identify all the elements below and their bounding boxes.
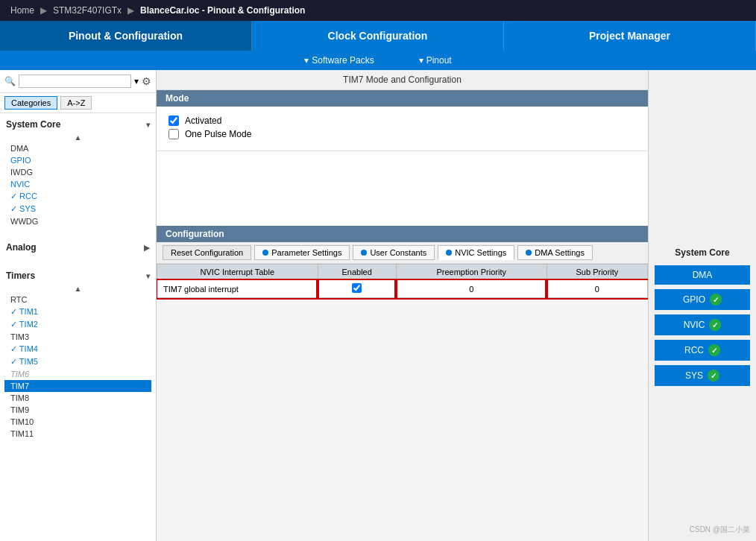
check-badge-gpio: ✓ xyxy=(710,294,722,306)
nvic-interrupt-name: TIM7 global interrupt xyxy=(157,280,318,298)
sidebar-item-tim6: TIM6 xyxy=(4,368,151,380)
reset-config-button[interactable]: Reset Configuration xyxy=(163,245,251,260)
gear-icon[interactable]: ⚙ xyxy=(142,75,151,87)
nvic-table: NVIC Interrupt Table Enabled Preemption … xyxy=(157,264,648,298)
tab-clock[interactable]: Clock Configuration xyxy=(252,21,504,51)
far-right-rcc-button[interactable]: RCC ✓ xyxy=(655,340,750,361)
tab-user-constants[interactable]: User Constants xyxy=(353,245,435,260)
sidebar-item-tim10[interactable]: TIM10 xyxy=(4,416,151,428)
section-timers: Timers ▾ ▲ RTC TIM1 TIM2 TIM3 TIM4 TIM5 … xyxy=(0,265,156,443)
sidebar-item-tim2[interactable]: TIM2 xyxy=(4,318,151,331)
sidebar-item-sys[interactable]: SYS xyxy=(4,203,151,215)
sidebar-item-tim9[interactable]: TIM9 xyxy=(4,404,151,416)
nvic-sub-priority-cell: 0 xyxy=(546,280,647,298)
mode-section-header: Mode xyxy=(157,90,648,107)
search-icon: 🔍 xyxy=(4,76,16,86)
sidebar-tab-categories[interactable]: Categories xyxy=(4,96,57,110)
sidebar-item-tim1[interactable]: TIM1 xyxy=(4,306,151,318)
tab-parameter-settings[interactable]: Parameter Settings xyxy=(254,245,350,260)
mode-section: Activated One Pulse Mode xyxy=(157,107,648,151)
config-tabs-bar: Reset Configuration Parameter Settings U… xyxy=(157,242,648,264)
section-analog-header[interactable]: Analog ▶ xyxy=(4,239,151,256)
far-right-title: System Core xyxy=(655,244,750,261)
sidebar-search-bar: 🔍 ▾ ⚙ xyxy=(0,70,156,93)
one-pulse-checkbox[interactable] xyxy=(168,129,179,139)
dot-icon-1 xyxy=(262,250,268,256)
th-enabled: Enabled xyxy=(318,265,396,280)
sidebar-tab-bar: Categories A->Z xyxy=(0,93,156,113)
sidebar-item-tim5[interactable]: TIM5 xyxy=(4,355,151,368)
dot-icon-3 xyxy=(446,250,452,256)
far-right-nvic-button[interactable]: NVIC ✓ xyxy=(655,314,750,335)
chevron-down-icon: ▾ xyxy=(146,121,150,129)
scroll-up-timers-icon[interactable]: ▲ xyxy=(4,284,151,294)
one-pulse-label: One Pulse Mode xyxy=(185,129,251,139)
subnav-pinout[interactable]: ▾ Pinout xyxy=(419,55,452,66)
chevron-down-icon-2: ▾ xyxy=(146,272,150,280)
sidebar-item-tim3[interactable]: TIM3 xyxy=(4,331,151,343)
sidebar-item-tim7[interactable]: TIM7 xyxy=(4,380,151,392)
tab-nvic-settings[interactable]: NVIC Settings xyxy=(438,245,514,260)
mode-spacer xyxy=(157,151,648,226)
sidebar-item-iwdg[interactable]: IWDG xyxy=(4,166,151,178)
activated-checkbox[interactable] xyxy=(168,116,179,126)
dot-icon-2 xyxy=(361,250,367,256)
section-system-core: System Core ▾ ▲ DMA GPIO IWDG NVIC RCC S… xyxy=(0,113,156,230)
chevron-right-icon: ▶ xyxy=(144,244,150,252)
config-title: TIM7 Mode and Configuration xyxy=(157,70,648,90)
check-badge-nvic: ✓ xyxy=(709,319,721,331)
subnav-software-packs[interactable]: ▾ Software Packs xyxy=(304,55,374,66)
center-panel: TIM7 Mode and Configuration Mode Activat… xyxy=(157,70,648,541)
section-analog: Analog ▶ xyxy=(0,236,156,259)
sidebar-item-nvic[interactable]: NVIC xyxy=(4,178,151,190)
breadcrumb-chip[interactable]: STM32F407IGTx xyxy=(48,4,126,17)
sidebar-item-rcc[interactable]: RCC xyxy=(4,190,151,203)
config-section-header: Configuration xyxy=(157,226,648,242)
sidebar-item-tim4[interactable]: TIM4 xyxy=(4,343,151,355)
breadcrumb-project[interactable]: BlanceCar.ioc - Pinout & Configuration xyxy=(136,4,309,17)
nvic-enabled-checkbox[interactable] xyxy=(352,283,362,293)
sidebar-tab-atoz[interactable]: A->Z xyxy=(60,96,92,110)
dropdown-icon: ▾ xyxy=(134,76,139,86)
table-row: TIM7 global interrupt 0 0 xyxy=(157,280,648,298)
dot-icon-4 xyxy=(526,250,532,256)
watermark: CSDN @国二小菜 xyxy=(690,525,750,535)
section-timers-header[interactable]: Timers ▾ xyxy=(4,268,151,284)
one-pulse-item: One Pulse Mode xyxy=(168,127,636,141)
top-bar: Home ▶ STM32F407IGTx ▶ BlanceCar.ioc - P… xyxy=(0,0,756,21)
sub-nav: ▾ Software Packs ▾ Pinout xyxy=(0,51,756,70)
far-right-sys-button[interactable]: SYS ✓ xyxy=(655,365,750,386)
far-right-dma-button[interactable]: DMA xyxy=(655,265,750,285)
check-badge-sys: ✓ xyxy=(708,370,719,382)
th-preemption-priority: Preemption Priority xyxy=(396,265,546,280)
sidebar-item-tim8[interactable]: TIM8 xyxy=(4,392,151,404)
nav-tabs: Pinout & Configuration Clock Configurati… xyxy=(0,21,756,51)
th-sub-priority: Sub Priority xyxy=(546,265,647,280)
sidebar: 🔍 ▾ ⚙ Categories A->Z System Core ▾ ▲ DM… xyxy=(0,70,157,541)
far-right-panel: System Core DMA GPIO ✓ NVIC ✓ RCC ✓ SYS … xyxy=(648,70,756,541)
activated-label: Activated xyxy=(185,116,221,126)
breadcrumb-home[interactable]: Home xyxy=(6,4,39,17)
sidebar-item-rtc[interactable]: RTC xyxy=(4,294,151,306)
nvic-enabled-cell[interactable] xyxy=(318,280,396,298)
nvic-preemption-cell: 0 xyxy=(396,280,546,298)
sidebar-item-dma[interactable]: DMA xyxy=(4,142,151,154)
sidebar-item-gpio[interactable]: GPIO xyxy=(4,154,151,166)
scroll-up-icon[interactable]: ▲ xyxy=(4,133,151,142)
far-right-gpio-button[interactable]: GPIO ✓ xyxy=(655,289,750,310)
main-layout: 🔍 ▾ ⚙ Categories A->Z System Core ▾ ▲ DM… xyxy=(0,70,756,541)
search-input[interactable] xyxy=(19,75,131,88)
th-interrupt-name: NVIC Interrupt Table xyxy=(157,265,318,280)
tab-pinout[interactable]: Pinout & Configuration xyxy=(0,21,252,51)
check-badge-rcc: ✓ xyxy=(708,344,720,356)
section-system-core-header[interactable]: System Core ▾ xyxy=(4,116,151,133)
tab-dma-settings[interactable]: DMA Settings xyxy=(517,245,593,260)
nvic-table-wrapper: NVIC Interrupt Table Enabled Preemption … xyxy=(157,264,648,541)
sidebar-item-tim11[interactable]: TIM11 xyxy=(4,428,151,440)
tab-project-manager[interactable]: Project Manager xyxy=(504,21,756,51)
far-right-spacer xyxy=(655,76,750,240)
sidebar-item-wwdg[interactable]: WWDG xyxy=(4,215,151,227)
activated-item: Activated xyxy=(168,114,636,127)
